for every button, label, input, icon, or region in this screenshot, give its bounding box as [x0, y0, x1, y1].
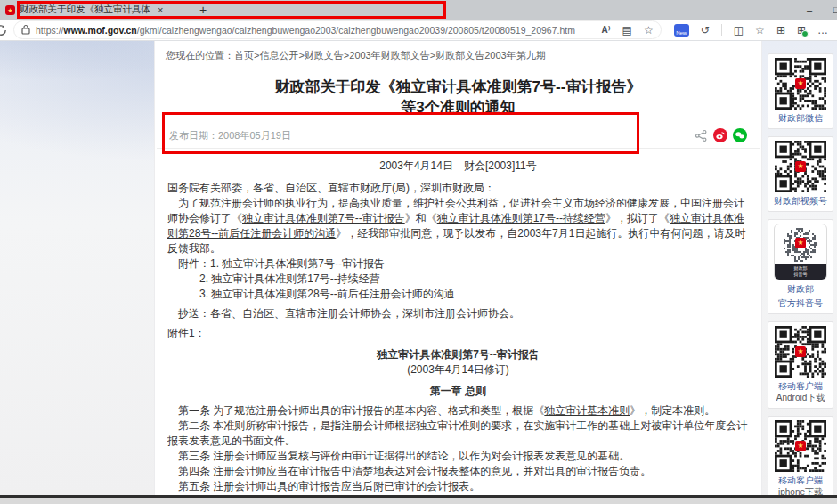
- page-title-line2: 等3个准则的通知: [182, 97, 735, 118]
- address-bar[interactable]: https://www.mof.gov.cn/gkml/caizhengweng…: [13, 20, 662, 39]
- lock-icon: [21, 22, 30, 38]
- doc-paragraph: 第一章 总则: [167, 384, 749, 399]
- doc-paragraph: 附件：1. 独立审计具体准则第7号--审计报告: [167, 256, 749, 272]
- share-group: [695, 128, 747, 142]
- window-maximize-button[interactable]: □: [823, 4, 837, 15]
- document-number: 2003年4月14日 财会[2003]11号: [155, 159, 761, 174]
- qr-card[interactable]: ★移动客户端iphone下载: [768, 416, 833, 495]
- qr-card-label: Android下载: [771, 392, 830, 403]
- browser-essentials-icon[interactable]: ⊞: [797, 25, 806, 36]
- douyin-strip: 财政部抖音号: [775, 264, 826, 280]
- qr-card-label: iphone下载: [771, 486, 830, 495]
- breadcrumb[interactable]: 您现在的位置：首页>信息公开>财政文告>2003年财政部文告>财政部文告2003…: [155, 41, 761, 69]
- emblem-icon: ★: [795, 238, 806, 248]
- doc-paragraph: 抄送：各省、自治区、直辖市注册会计师协会，深圳市注册会计师协会。: [167, 306, 749, 321]
- immersive-reader-icon[interactable]: ▤: [622, 25, 632, 36]
- doc-paragraph: 第一条 为了规范注册会计师出具的审计报告的基本内容、格式和类型，根据《独立审计基…: [167, 403, 749, 419]
- qr-card-label: 财政部视频号: [771, 195, 830, 207]
- doc-paragraph: 独立审计具体准则第7号--审计报告: [167, 347, 749, 362]
- emblem-icon: ★: [795, 78, 806, 89]
- tab-close-icon[interactable]: ×: [158, 4, 163, 15]
- qr-card-label: 移动客户端: [771, 380, 830, 392]
- mof-favicon-icon: ★: [5, 5, 15, 15]
- tab-bar: ★ 财政部关于印发《独立审计具体 × + – □: [0, 0, 837, 20]
- history-icon[interactable]: ↺: [701, 25, 710, 36]
- page-viewport: 您现在的位置：首页>信息公开>财政文告>2003年财政部文告>财政部文告2003…: [0, 41, 837, 495]
- weibo-share-icon[interactable]: [713, 128, 727, 142]
- window-bottom-frame: [0, 495, 837, 504]
- emblem-icon: ★: [795, 346, 806, 357]
- wechat-share-icon[interactable]: [733, 128, 747, 142]
- page-title: 财政部关于印发《独立审计具体准则第7号--审计报告》 等3个准则的通知: [155, 77, 761, 118]
- toolbar-actions: New ↺ ◫ ☆ ⊞ ⊞ …: [665, 24, 837, 37]
- doc-paragraph: 附件1：: [167, 326, 749, 341]
- doc-link[interactable]: 独立审计基本准则: [544, 404, 630, 417]
- sidebar-qr-panel: ★财政部微信★财政部视频号★财政部抖音号财政部官方抖音号★移动客户端Androi…: [768, 53, 833, 495]
- qr-card[interactable]: ★移动客户端Android下载: [768, 321, 833, 409]
- qr-card-label: 财政部微信: [771, 112, 830, 124]
- reload-icon[interactable]: [0, 23, 8, 37]
- qr-card-label: 财政部: [771, 283, 830, 295]
- copilot-new-icon[interactable]: New: [674, 24, 689, 37]
- url-text: https://www.mof.gov.cn/gkml/caizhengweng…: [36, 25, 592, 36]
- doc-paragraph: 国务院有关部委，各省、自治区、直辖市财政厅(局)，深圳市财政局：: [167, 181, 749, 196]
- meta-row: 发布日期：2008年05月19日: [157, 118, 760, 149]
- page-title-line1: 财政部关于印发《独立审计具体准则第7号--审计报告》: [182, 77, 735, 97]
- doc-paragraph: 第四条 注册会计师应当在审计报告中清楚地表达对会计报表整体的意见，并对出具的审计…: [167, 464, 749, 479]
- doc-paragraph: 第三条 注册会计师应当复核与评价由审计证据得出的结论，以作为对会计报表发表意见的…: [167, 449, 749, 464]
- browser-tab[interactable]: ★ 财政部关于印发《独立审计具体 ×: [0, 0, 183, 20]
- window-minimize-button[interactable]: –: [796, 4, 823, 15]
- qr-card[interactable]: ★财政部抖音号财政部官方抖音号: [768, 219, 833, 314]
- qr-code-image: ★: [775, 141, 826, 192]
- doc-link[interactable]: 独立审计具体准则第17号--持续经营: [437, 212, 605, 224]
- new-tab-button[interactable]: +: [199, 3, 207, 17]
- browser-window: ★ 财政部关于印发《独立审计具体 × + – □ https://www.mof…: [0, 0, 837, 504]
- emblem-icon: ★: [795, 441, 806, 451]
- publish-date: 发布日期：2008年05月19日: [169, 129, 291, 142]
- qr-card[interactable]: ★财政部微信: [768, 53, 833, 129]
- toolbar-divider: [721, 24, 722, 36]
- split-screen-icon[interactable]: ◫: [734, 25, 744, 36]
- doc-paragraph: 第二条 本准则所称审计报告，是指注册会计师根据独立审计准则的要求，在实施审计工作…: [167, 419, 749, 449]
- tab-title: 财政部关于印发《独立审计具体: [20, 4, 150, 16]
- doc-paragraph: 第五条 注册会计师出具的审计报告应当后附已审计的会计报表。: [167, 479, 749, 494]
- qr-code-image: ★: [775, 326, 826, 378]
- qr-card[interactable]: ★财政部视频号: [768, 136, 833, 212]
- qr-code-image: ★: [775, 420, 826, 472]
- doc-paragraph: (2003年4月14日修订): [167, 362, 749, 378]
- address-bar-actions: A⁾ ▤ ☆: [601, 25, 653, 36]
- share-icon[interactable]: [695, 129, 708, 142]
- settings-menu-icon[interactable]: …: [817, 25, 828, 36]
- qr-card-label: 移动客户端: [771, 475, 830, 486]
- doc-paragraph: 为了规范注册会计师的执业行为，提高执业质量，维护社会公共利益，促进社会主义市场经…: [167, 196, 749, 256]
- doc-paragraph: 3. 独立审计具体准则第28号--前后任注册会计师的沟通: [167, 287, 749, 302]
- article-panel: 您现在的位置：首页>信息公开>财政文告>2003年财政部文告>财政部文告2003…: [154, 41, 762, 495]
- doc-paragraph: 2. 独立审计具体准则第17号--持续经营: [167, 272, 749, 287]
- favorites-list-icon[interactable]: ☆: [755, 25, 765, 36]
- qr-code-image: ★财政部抖音号: [774, 224, 827, 280]
- doc-body: 国务院有关部委，各省、自治区、直辖市财政厅(局)，深圳市财政局：为了规范注册会计…: [155, 181, 761, 495]
- qr-code-image: ★: [775, 58, 826, 110]
- window-controls: – □: [796, 0, 837, 20]
- favorite-star-icon[interactable]: ☆: [644, 25, 654, 36]
- read-aloud-icon[interactable]: A⁾: [601, 26, 610, 35]
- qr-card-label: 官方抖音号: [771, 297, 830, 309]
- browser-toolbar: https://www.mof.gov.cn/gkml/caizhengweng…: [0, 20, 837, 41]
- emblem-star-icon: ★: [7, 7, 12, 13]
- emblem-icon: ★: [795, 161, 806, 172]
- collections-icon[interactable]: ⊞: [776, 25, 785, 36]
- doc-link[interactable]: 独立审计具体准则第7号--审计报告: [242, 212, 405, 224]
